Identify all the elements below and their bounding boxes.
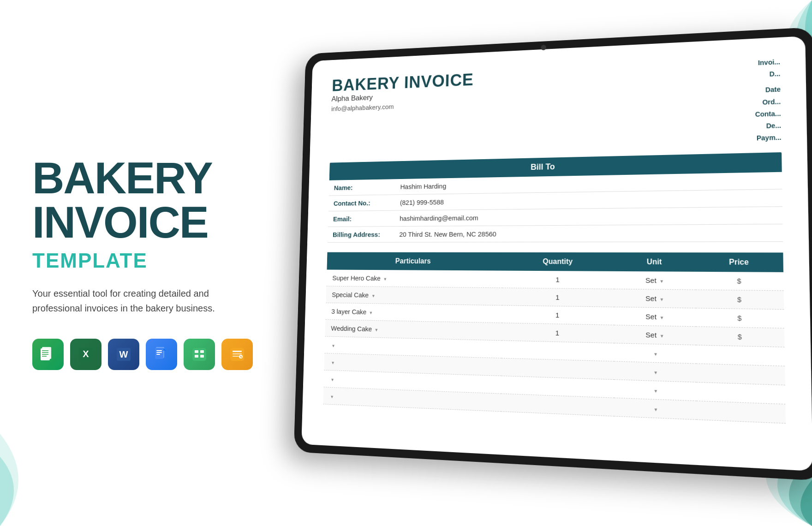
invoice-header: BAKERY INVOICE Alpha Bakery info@alphaba… [330,56,782,155]
page-subtitle: TEMPLATE [32,249,254,272]
item-unit: Set ▾ [614,325,696,345]
item-price [696,364,785,385]
invoice-meta-right: Invoi... D... Date Ord... Conta... De...… [754,56,782,144]
item-unit: Set ▾ [614,289,696,309]
item-price [696,383,785,405]
item-price: $ [696,290,784,310]
field-value: 20 Third St. New Bern, NC 28560 [394,225,588,242]
svg-rect-26 [233,351,242,352]
item-price [696,345,785,366]
svg-rect-28 [233,356,239,357]
bill-to-table: Name: Hashim Harding Contact No.: (821) … [328,172,783,243]
field-label: Name: [329,179,395,196]
docs-icon[interactable] [146,339,177,370]
svg-rect-15 [155,348,163,359]
table-row: Billing Address: 20 Third St. New Bern, … [328,224,783,243]
item-unit: Set ▾ [614,307,696,327]
numbers-icon[interactable] [184,339,215,370]
item-quantity [501,394,614,416]
svg-marker-19 [163,348,166,351]
svg-rect-17 [156,352,162,353]
svg-rect-24 [200,355,204,358]
col-quantity: Quantity [503,252,614,271]
svg-rect-22 [200,350,204,353]
word-icon[interactable]: W [108,339,139,370]
field-value: hashimharding@email.com [394,209,588,227]
pages-icon[interactable]: ✎ [221,339,253,370]
item-quantity: 1 [502,288,614,307]
item-price [696,401,786,424]
field-value: (821) 999-5588 [395,192,588,210]
left-panel: BAKERY INVOICE TEMPLATE Your essential t… [0,0,286,526]
item-price: $ [696,308,784,329]
svg-rect-8 [42,354,48,355]
tablet-screen: BAKERY INVOICE Alpha Bakery info@alphaba… [301,36,812,471]
svg-text:W: W [119,349,128,359]
items-table: Particulars Quantity Unit Price Super He… [323,252,786,424]
svg-rect-18 [156,354,160,355]
col-particular: Particulars [327,252,503,271]
field-value: Hashim Harding [395,176,588,195]
invoice-content: BAKERY INVOICE Alpha Bakery info@alphaba… [301,36,812,471]
col-unit: Unit [614,252,695,272]
svg-rect-7 [42,352,48,353]
item-particular: Super Hero Cake ▾ [326,270,502,288]
excel-icon[interactable]: X [70,339,102,370]
sheets-icon[interactable] [32,339,64,370]
svg-rect-23 [195,355,198,358]
page-description: Your essential tool for creating detaile… [32,286,254,316]
col-price: Price [695,253,783,273]
page-title: BAKERY INVOICE [32,156,254,245]
svg-text:X: X [83,349,89,359]
item-unit: ▾ [614,343,696,364]
svg-rect-16 [156,350,162,351]
field-label: Billing Address: [328,227,394,243]
item-price: $ [696,327,784,347]
item-price: $ [695,272,783,291]
field-label: Contact No.: [328,195,395,211]
field-label: Email: [328,211,395,227]
item-unit: ▾ [614,361,696,382]
app-icons-row: X W [32,339,254,370]
invoice-left-header: BAKERY INVOICE Alpha Bakery info@alphaba… [331,70,474,121]
item-unit: ▾ [614,398,697,420]
item-particular: Special Cake ▾ [326,286,502,305]
tablet-frame: BAKERY INVOICE Alpha Bakery info@alphaba… [294,27,812,481]
svg-text:✎: ✎ [240,356,242,359]
item-unit: Set ▾ [614,271,696,290]
items-table-header-row: Particulars Quantity Unit Price [327,252,783,272]
item-unit: ▾ [614,380,696,401]
svg-rect-21 [195,350,198,353]
svg-rect-9 [42,356,47,357]
svg-rect-20 [192,348,206,361]
svg-rect-27 [233,353,242,354]
svg-rect-6 [42,350,48,351]
tablet-mockup: BAKERY INVOICE Alpha Bakery info@alphaba… [281,37,812,489]
item-quantity: 1 [502,305,614,325]
item-quantity: 1 [502,271,614,289]
item-quantity: 1 [502,323,614,343]
